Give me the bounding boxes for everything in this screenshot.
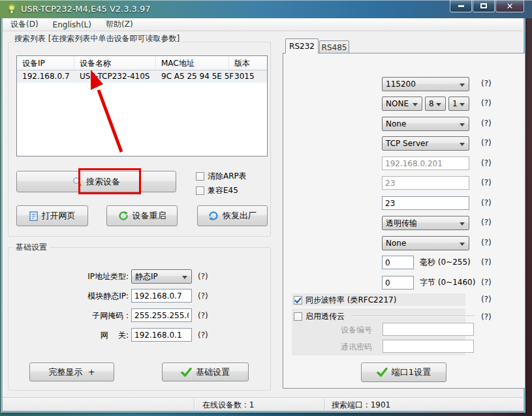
cloud-group-rule <box>351 316 475 316</box>
help-mark[interactable]: (?) <box>481 138 492 147</box>
tab-rs232[interactable]: RS232 <box>285 38 319 53</box>
pack-len-field[interactable] <box>382 276 414 290</box>
search-list-title: 搜索列表 [在搜索列表中单击设备即可读取参数] <box>12 33 182 44</box>
static-ip-label: 模块静态IP: <box>29 290 129 303</box>
compat-e45-checkbox[interactable]: 兼容E45 <box>196 185 238 196</box>
apply-port1-button[interactable]: 端口1设置 <box>361 363 446 382</box>
status-divider <box>324 399 325 410</box>
tcp-style-select[interactable]: 透明传输 <box>382 216 469 230</box>
chevron-down-icon <box>460 123 465 126</box>
pack-time-unit: 毫秒 (0~255) <box>420 256 471 269</box>
apply-basic-settings-button[interactable]: 基础设置 <box>162 363 249 381</box>
chevron-down-icon <box>460 103 465 106</box>
help-mark[interactable]: (?) <box>481 278 492 287</box>
help-mark[interactable]: (?) <box>481 79 492 88</box>
checkbox-icon <box>294 312 302 321</box>
maximize-button[interactable] <box>473 0 495 12</box>
local-port-field[interactable] <box>382 196 469 210</box>
device-table: 设备IP 设备名称 MAC地址 版本 192.168.0.7 USR-TCP23… <box>16 55 268 156</box>
menu-english[interactable]: English(L) <box>53 20 91 29</box>
search-device-button[interactable]: 搜索设备 <box>16 171 176 192</box>
help-mark[interactable]: (?) <box>198 291 208 301</box>
help-mark[interactable]: (?) <box>198 311 208 320</box>
status-bar: 在线设备数 : 1 搜索端口 : 1901 <box>3 397 523 411</box>
checkbox-icon <box>196 172 204 181</box>
compat-e45-label: 兼容E45 <box>208 185 238 196</box>
close-icon: ✕ <box>507 2 514 10</box>
factory-reset-label: 恢复出厂 <box>223 210 257 222</box>
help-mark[interactable]: (?) <box>481 312 492 321</box>
check-icon <box>377 368 388 377</box>
sync-baud-checkbox[interactable]: 同步波特率 (类RFC2217) <box>294 295 396 306</box>
cloud-device-id-label: 设备编号 <box>341 323 372 337</box>
title-bar: USR-TCP232-M4,E45 V2.3.3.97 ✕ <box>0 0 532 18</box>
subnet-field[interactable] <box>131 308 192 322</box>
status-divider <box>194 399 195 410</box>
cloud-password-label: 通讯密码 <box>341 340 372 354</box>
col-device-name[interactable]: 设备名称 <box>74 56 156 70</box>
work-mode-select[interactable]: TCP Server <box>382 136 469 151</box>
help-mark[interactable]: (?) <box>481 198 492 207</box>
help-mark[interactable]: (?) <box>198 331 208 340</box>
open-webpage-button[interactable]: 打开网页 <box>16 205 88 226</box>
menu-device[interactable]: 设备(D) <box>10 19 39 30</box>
device-table-header: 设备IP 设备名称 MAC地址 版本 <box>17 56 267 70</box>
clear-arp-checkbox[interactable]: 清除ARP表 <box>196 171 247 182</box>
flow-select[interactable]: None <box>382 117 469 131</box>
full-display-label: 完整显示 + <box>48 366 95 378</box>
col-mac[interactable]: MAC地址 <box>156 56 229 70</box>
chevron-down-icon <box>436 103 441 106</box>
dest-ip-field <box>382 156 469 170</box>
factory-reset-button[interactable]: 恢复出厂 <box>197 205 268 226</box>
apply-port1-label: 端口1设置 <box>392 366 431 378</box>
baud-select[interactable]: 115200 <box>382 77 469 91</box>
work-mode-value: TCP Server <box>386 139 428 148</box>
magnifier-icon <box>72 177 82 186</box>
col-device-ip[interactable]: 设备IP <box>17 56 74 70</box>
close-button[interactable]: ✕ <box>495 0 524 12</box>
parity-value: NONE <box>386 99 409 108</box>
modbus-value: None <box>386 239 406 248</box>
gateway-label: 网 关: <box>29 329 129 342</box>
online-device-count: 在线设备数 : 1 <box>202 400 254 411</box>
pack-len-unit: 字节 (0~1460) <box>420 276 475 290</box>
static-ip-field[interactable] <box>131 289 192 303</box>
help-mark[interactable]: (?) <box>481 258 492 267</box>
enable-cloud-checkbox[interactable]: 启用透传云 <box>294 311 345 322</box>
help-mark[interactable]: (?) <box>481 218 492 227</box>
minimize-button[interactable] <box>450 0 472 12</box>
modbus-select[interactable]: None <box>382 236 469 250</box>
help-mark[interactable]: (?) <box>481 238 492 247</box>
databits-value: 8 <box>429 99 434 108</box>
chevron-down-icon <box>460 243 465 246</box>
restart-icon <box>118 211 129 221</box>
restart-device-button[interactable]: 设备重启 <box>106 205 178 226</box>
chevron-down-icon <box>460 222 465 226</box>
help-mark[interactable]: (?) <box>481 98 492 108</box>
pack-time-field[interactable] <box>382 256 414 269</box>
gateway-field[interactable] <box>131 328 192 342</box>
table-row[interactable]: 192.168.0.7 USR-TCP232-410S 9C A5 25 94 … <box>17 70 267 83</box>
full-display-button[interactable]: 完整显示 + <box>29 363 114 381</box>
menu-help[interactable]: 帮助(Z) <box>106 19 133 30</box>
help-mark[interactable]: (?) <box>481 119 492 128</box>
help-mark[interactable]: (?) <box>198 272 208 281</box>
col-version[interactable]: 版本 <box>229 56 266 70</box>
chevron-down-icon <box>460 83 465 87</box>
ip-type-select[interactable]: 静态IP <box>131 269 192 284</box>
clear-arp-label: 清除ARP表 <box>208 171 247 182</box>
device-version-cell: 3015 <box>229 70 266 83</box>
help-mark[interactable]: (?) <box>481 295 492 304</box>
baud-value: 115200 <box>386 80 416 89</box>
tab-rs485[interactable]: RS485 <box>319 40 349 53</box>
databits-select[interactable]: 8 <box>425 97 446 111</box>
cloud-password-field <box>383 340 474 353</box>
search-device-label: 搜索设备 <box>86 176 120 188</box>
help-mark[interactable]: (?) <box>481 158 492 168</box>
parity-select[interactable]: NONE <box>382 97 422 111</box>
help-mark[interactable]: (?) <box>481 178 492 187</box>
stopbits-select[interactable]: 1 <box>448 97 469 111</box>
tcp-style-value: 透明传输 <box>386 218 417 229</box>
checkbox-checked-icon <box>294 296 302 305</box>
open-webpage-label: 打开网页 <box>42 210 76 222</box>
